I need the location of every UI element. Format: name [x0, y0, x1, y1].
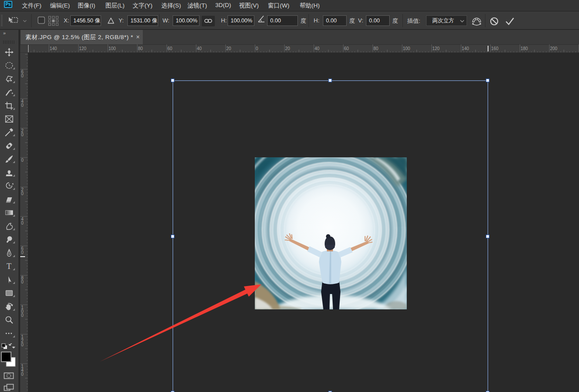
- svg-text:40: 40: [315, 46, 320, 51]
- svg-text:140: 140: [50, 46, 57, 51]
- svg-text:0: 0: [256, 46, 258, 51]
- svg-text:40: 40: [197, 46, 202, 51]
- svg-text:100: 100: [109, 46, 116, 51]
- svg-text:0: 0: [21, 191, 24, 196]
- svg-text:0: 0: [21, 132, 24, 137]
- svg-text:100: 100: [403, 46, 410, 51]
- svg-text:20: 20: [226, 46, 232, 51]
- svg-text:0: 0: [21, 313, 24, 318]
- svg-text:»: »: [3, 30, 6, 36]
- svg-text:140: 140: [462, 46, 469, 51]
- svg-text:0: 0: [21, 103, 24, 108]
- svg-text:20: 20: [285, 46, 290, 51]
- svg-text:80: 80: [373, 46, 379, 51]
- svg-text:0: 0: [21, 73, 24, 78]
- svg-text:0: 0: [21, 250, 24, 255]
- svg-text:0: 0: [21, 158, 24, 163]
- svg-text:60: 60: [167, 46, 173, 51]
- svg-text:120: 120: [79, 46, 87, 51]
- svg-text:0: 0: [21, 279, 24, 284]
- svg-text:0: 0: [21, 372, 24, 377]
- svg-text:0: 0: [21, 342, 24, 347]
- svg-text:120: 120: [432, 46, 440, 51]
- svg-text:200: 200: [550, 46, 557, 51]
- svg-text:160: 160: [491, 46, 499, 51]
- svg-text:0: 0: [21, 221, 24, 225]
- svg-text:T: T: [7, 262, 11, 271]
- svg-text:60: 60: [344, 46, 349, 51]
- svg-text:80: 80: [138, 46, 143, 51]
- svg-text:180: 180: [521, 46, 528, 51]
